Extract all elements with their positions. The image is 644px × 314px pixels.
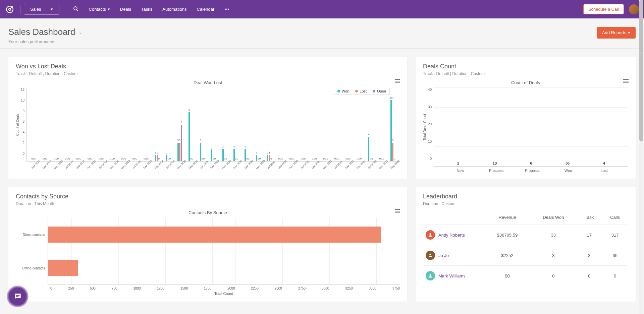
top-nav: Sales ▾ Contacts ▾ Deals Tasks Automatio…: [0, 0, 644, 18]
user-avatar[interactable]: [629, 4, 639, 14]
table-row[interactable]: Mark Williams$0000: [423, 266, 628, 286]
y-axis-label: Count of Deals: [16, 114, 19, 136]
deals-count-card: Deals Count Track : Default | Duration :…: [416, 57, 636, 179]
nav-label: Tasks: [141, 7, 152, 12]
x-axis-labels: Jan 2017Mar 2017May 2017Jul 2017Sep 2017…: [29, 162, 400, 167]
nav-automations[interactable]: Automations: [162, 7, 186, 12]
chevron-down-icon: ▾: [51, 7, 53, 12]
avatar: [426, 251, 435, 260]
table-cell: 17: [577, 225, 602, 245]
nav-contacts[interactable]: Contacts ▾: [89, 7, 110, 12]
nav-calendar[interactable]: Calendar: [197, 7, 215, 12]
table-header: Task: [577, 210, 602, 225]
card-title: Deals Count: [423, 63, 628, 70]
card-title: Leaderboard: [423, 193, 628, 200]
table-header: Deals Won: [530, 210, 577, 225]
page-subtitle: Your sales performance: [8, 39, 83, 44]
nav-label: Deals: [120, 7, 131, 12]
table-cell: 317: [602, 225, 628, 245]
table-cell: 3: [577, 245, 602, 266]
y-axis-ticks: 121086420: [21, 88, 26, 162]
chart-menu-icon[interactable]: [394, 209, 400, 215]
table-cell: 0: [602, 266, 628, 286]
chart-title: Deal Won Lost: [16, 80, 400, 85]
table-header: Calls: [602, 210, 628, 225]
y-axis-label: Total Deals Count: [423, 114, 427, 140]
table-cell: 3: [530, 245, 577, 266]
nav-right: Schedule a Call: [583, 4, 639, 14]
nav-tasks[interactable]: Tasks: [141, 7, 152, 12]
caret-down-icon: ▾: [628, 30, 630, 35]
chart-title: Count of Deals: [423, 80, 628, 85]
avatar: [426, 271, 435, 280]
table-header: Revenue: [485, 210, 530, 225]
card-meta: Duration : This Month: [16, 201, 400, 206]
nav-label: Contacts: [89, 7, 106, 12]
y-axis-ticks: 403020100: [428, 88, 434, 167]
contacts-by-source-card: Contacts by Source Duration : This Month…: [8, 187, 407, 302]
nav-label: Calendar: [197, 7, 215, 12]
card-meta: Track : Default | Duration : Custom: [423, 71, 628, 76]
module-selector[interactable]: Sales ▾: [24, 4, 59, 15]
nav-divider: [20, 5, 20, 14]
table-cell: $0: [485, 266, 530, 286]
page-title: Sales Dashboard ⌄: [8, 27, 83, 37]
leaderboard-table: RevenueDeals WonTaskCalls Andy Roberts$3…: [423, 210, 628, 286]
scrollbar[interactable]: [639, 0, 643, 310]
svg-point-4: [429, 254, 431, 255]
won-vs-lost-card: Won vs Lost Deals Track : Default , Dura…: [8, 57, 407, 179]
card-title: Won vs Lost Deals: [16, 63, 400, 70]
user-name-link[interactable]: Jo Jo: [438, 253, 449, 258]
svg-point-2: [74, 7, 77, 10]
chart-menu-icon[interactable]: [623, 79, 629, 85]
schedule-call-button[interactable]: Schedule a Call: [583, 4, 624, 14]
add-reports-label: Add Reports: [602, 30, 626, 35]
table-row[interactable]: Jo Jo$22523336: [423, 245, 628, 266]
page-title-text: Sales Dashboard: [8, 27, 75, 37]
user-name-link[interactable]: Andy Roberts: [438, 233, 465, 238]
card-title: Contacts by Source: [16, 193, 400, 200]
table-cell: 36: [602, 245, 628, 266]
chart-plot-area: [48, 218, 400, 285]
chart-menu-icon[interactable]: [394, 79, 400, 85]
nav-more-icon[interactable]: •••: [224, 7, 229, 12]
table-header: [423, 210, 485, 225]
x-axis-labels: NewProspectProposalWonLost: [436, 167, 628, 173]
dashboard-grid: Won vs Lost Deals Track : Default , Dura…: [0, 49, 644, 310]
table-header-row: RevenueDeals WonTaskCalls: [423, 210, 628, 225]
nav-items: Contacts ▾ Deals Tasks Automations Calen…: [73, 6, 229, 13]
scrollbar-thumb[interactable]: [639, 0, 643, 141]
avatar: [426, 230, 435, 240]
page-header: Sales Dashboard ⌄ Your sales performance…: [0, 18, 644, 49]
table-cell: $36705.59: [485, 225, 530, 245]
logo-icon[interactable]: [5, 5, 14, 14]
table-cell: 0: [577, 266, 602, 286]
svg-point-3: [429, 233, 431, 235]
won-lost-chart: Won Lost Open Count of Deals 121086420 0…: [16, 88, 400, 167]
nav-label: Automations: [162, 7, 186, 12]
table-row[interactable]: Andy Roberts$36705.593317317: [423, 225, 628, 245]
chart-title: Contacts By Source: [16, 210, 400, 215]
card-meta: Duration : Custom: [423, 201, 628, 206]
table-cell: $2252: [485, 245, 530, 266]
chart-plot-area: 0000000000000000000000000000000001101003…: [26, 88, 400, 162]
x-axis-label: Total Count: [48, 292, 400, 296]
table-cell: 33: [530, 225, 577, 245]
y-axis-labels: Direct contactsOffline contacts: [16, 218, 48, 285]
chevron-down-icon[interactable]: ⌄: [78, 29, 83, 35]
add-reports-button[interactable]: Add Reports ▾: [597, 27, 636, 39]
x-axis-ticks: 0250500750100012501500175020002250250027…: [50, 285, 400, 290]
chat-bubble-button[interactable]: [7, 286, 29, 307]
svg-point-5: [429, 274, 431, 276]
user-name-link[interactable]: Mark Williams: [438, 273, 466, 278]
module-selector-label: Sales: [30, 7, 41, 12]
chevron-down-icon: ▾: [108, 7, 110, 12]
nav-deals[interactable]: Deals: [120, 7, 131, 12]
chart-plot-area: 2106364: [434, 88, 628, 167]
search-icon[interactable]: [73, 6, 79, 13]
card-meta: Track : Default , Duration : Custom: [16, 71, 400, 76]
leaderboard-card: Leaderboard Duration : Custom RevenueDea…: [416, 187, 636, 302]
table-cell: 0: [530, 266, 577, 286]
